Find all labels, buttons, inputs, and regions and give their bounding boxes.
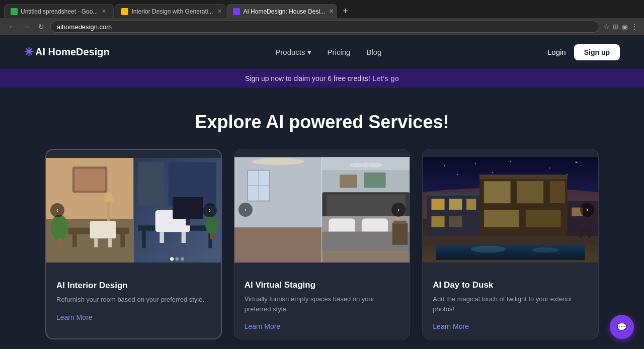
card-content-2: AI Virtual Staging Virtually furnish emp… (234, 270, 410, 339)
login-button[interactable]: Login (547, 48, 566, 56)
card-2-next-button[interactable]: › (391, 203, 406, 217)
hero-section: Explore AI powered Services! (0, 88, 644, 149)
svg-point-87 (532, 247, 558, 252)
tab-aihomedesign[interactable]: AI HomeDesign: House Desi... ✕ (226, 4, 337, 18)
address-input[interactable] (50, 21, 599, 33)
signup-button[interactable]: Sign up (574, 44, 620, 60)
card-link-3[interactable]: Learn More (433, 322, 469, 330)
logo[interactable]: ✳ AI HomeDesign (24, 46, 110, 59)
back-button[interactable]: ← (6, 22, 17, 32)
card-3-next-button[interactable]: › (580, 203, 594, 217)
card-desc-3: Add the magical touch of twilight to you… (433, 294, 588, 314)
svg-rect-26 (186, 219, 190, 225)
tab-close-1[interactable]: ✕ (101, 8, 107, 15)
promo-banner: Sign up now to claim your 6 free credits… (0, 69, 644, 88)
svg-rect-56 (393, 221, 406, 224)
card-image-2 (234, 149, 410, 270)
svg-rect-25 (173, 197, 203, 219)
tab-spreadsheet[interactable]: Untitled spreadsheet - Goo... ✕ (4, 4, 114, 18)
svg-rect-55 (392, 223, 408, 245)
card-desc-2: Virtually furnish empty spaces based on … (245, 294, 400, 314)
chat-icon: 💬 (617, 322, 627, 332)
svg-rect-23 (159, 232, 164, 243)
svg-rect-17 (138, 162, 164, 206)
svg-rect-5 (74, 169, 105, 191)
card-content-3: AI Day to Dusk Add the magical touch of … (423, 270, 598, 339)
svg-rect-90 (423, 236, 598, 244)
nav-actions: Login Sign up (547, 44, 620, 60)
svg-rect-93 (589, 232, 591, 238)
svg-point-2 (51, 215, 68, 241)
refresh-button[interactable]: ↻ (36, 22, 46, 32)
menu-icon[interactable]: ⋮ (631, 23, 638, 31)
cards-grid: ‹ › AI Interior Design Refurnish your ro… (45, 149, 599, 339)
svg-point-62 (549, 167, 550, 168)
svg-rect-91 (581, 229, 592, 231)
svg-rect-28 (210, 233, 214, 239)
tab-label-1: Untitled spreadsheet - Goo... (21, 8, 98, 15)
svg-rect-9 (72, 234, 77, 247)
svg-point-29 (170, 257, 174, 261)
svg-rect-73 (432, 216, 445, 227)
tab-label-2: Interior Design with Generati... (131, 8, 213, 15)
card-1-prev-button[interactable]: ‹ (50, 203, 64, 217)
card-image-3 (423, 149, 598, 270)
svg-rect-74 (449, 216, 462, 227)
svg-rect-78 (517, 181, 543, 203)
svg-point-35 (252, 158, 305, 165)
dropdown-icon: ▾ (307, 48, 311, 57)
card-link-2[interactable]: Learn More (245, 322, 281, 330)
card-1-next-button[interactable]: › (203, 203, 217, 217)
svg-point-44 (367, 163, 382, 167)
svg-rect-80 (484, 210, 519, 227)
svg-point-61 (510, 161, 511, 162)
svg-point-59 (444, 165, 445, 166)
card-image-container-3: › (423, 149, 598, 270)
svg-rect-92 (580, 232, 582, 238)
tab-interior[interactable]: Interior Design with Generati... ✕ (115, 4, 225, 18)
svg-point-31 (181, 257, 184, 261)
extensions-icon[interactable]: ⊞ (613, 23, 619, 31)
svg-rect-81 (526, 210, 561, 227)
svg-point-27 (205, 217, 218, 234)
svg-rect-13 (108, 238, 112, 247)
svg-rect-76 (480, 175, 568, 179)
tab-close-3[interactable]: ✕ (328, 8, 335, 15)
tab-close-2[interactable]: ✕ (216, 8, 223, 15)
svg-rect-10 (120, 234, 125, 247)
tab-label-3: AI HomeDesign: House Desi... (243, 8, 325, 15)
svg-rect-79 (550, 181, 566, 203)
svg-rect-69 (427, 192, 480, 196)
svg-point-63 (576, 162, 577, 163)
card-2-prev-button[interactable]: ‹ (238, 203, 253, 217)
card-virtual-staging: ‹ › AI Virtual Staging Virtually furnish… (234, 149, 411, 339)
chat-button[interactable]: 💬 (610, 315, 634, 339)
card-link-1[interactable]: Learn More (56, 313, 93, 321)
card-image-1 (46, 150, 221, 271)
nav-pricing[interactable]: Pricing (328, 48, 351, 56)
new-tab-button[interactable]: + (338, 4, 352, 18)
cards-section: ‹ › AI Interior Design Refurnish your ro… (0, 149, 644, 349)
svg-rect-84 (436, 242, 585, 260)
svg-point-43 (349, 163, 365, 167)
banner-cta[interactable]: Let's go (372, 74, 399, 82)
card-image-container-1: ‹ › (46, 150, 221, 271)
logo-text: AI HomeDesign (35, 46, 110, 58)
svg-point-64 (457, 174, 458, 175)
card-content-1: AI Interior Design Refurnish your room b… (46, 271, 221, 330)
tab-favicon-2 (121, 8, 128, 15)
svg-rect-20 (142, 231, 146, 248)
svg-rect-24 (182, 232, 186, 243)
nav-blog[interactable]: Blog (366, 48, 381, 56)
bookmark-icon[interactable]: ☆ (603, 23, 610, 31)
nav-products[interactable]: Products ▾ (275, 48, 311, 57)
svg-rect-53 (340, 175, 357, 188)
svg-rect-11 (90, 221, 116, 239)
tab-favicon-1 (11, 8, 18, 15)
forward-button[interactable]: → (21, 22, 32, 32)
svg-point-30 (176, 257, 179, 261)
profile-icon[interactable]: ◉ (622, 23, 628, 31)
svg-point-60 (475, 163, 476, 164)
svg-rect-72 (466, 199, 476, 210)
nav-links: Products ▾ Pricing Blog (275, 48, 381, 57)
